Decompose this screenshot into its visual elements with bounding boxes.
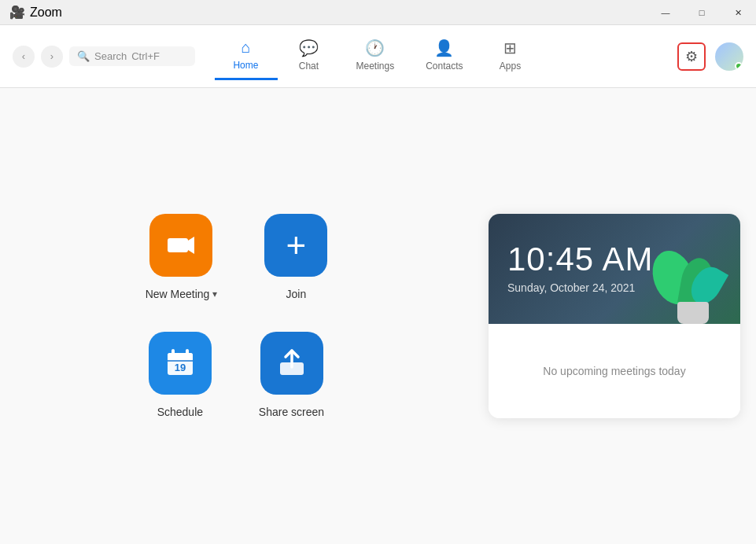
schedule-item: 19 Schedule bbox=[149, 332, 212, 418]
apps-tab-icon: ⊞ bbox=[503, 39, 517, 57]
card-body: No upcoming meetings today bbox=[489, 324, 740, 418]
maximize-button[interactable]: □ bbox=[684, 0, 720, 25]
schedule-label: Schedule bbox=[157, 406, 203, 418]
join-label: Join bbox=[286, 288, 307, 300]
apps-tab-label: Apps bbox=[500, 61, 521, 72]
plant-pot bbox=[677, 302, 709, 324]
date-display: Sunday, October 24, 2021 bbox=[507, 281, 721, 294]
contacts-tab-icon: 👤 bbox=[434, 39, 454, 57]
plus-icon: + bbox=[286, 228, 306, 263]
tab-apps[interactable]: ⊞Apps bbox=[479, 32, 542, 80]
new-meeting-text: New Meeting bbox=[146, 288, 210, 300]
tab-contacts[interactable]: 👤Contacts bbox=[410, 32, 478, 80]
avatar-online-dot bbox=[735, 62, 743, 70]
home-tab-label: Home bbox=[233, 60, 258, 71]
avatar[interactable] bbox=[715, 42, 743, 71]
tab-home[interactable]: ⌂Home bbox=[214, 32, 277, 80]
close-button[interactable]: ✕ bbox=[720, 0, 756, 25]
join-item: + Join bbox=[264, 214, 327, 300]
chat-tab-icon: 💬 bbox=[299, 39, 319, 57]
action-row-top: New Meeting ▾ + Join bbox=[146, 214, 328, 300]
svg-rect-0 bbox=[168, 238, 188, 252]
new-meeting-dropdown-arrow[interactable]: ▾ bbox=[212, 289, 217, 300]
contacts-tab-label: Contacts bbox=[426, 61, 463, 72]
settings-button[interactable]: ⚙ bbox=[677, 42, 706, 71]
home-tab-icon: ⌂ bbox=[241, 39, 250, 57]
navbar: ‹ › 🔍 Search Ctrl+F ⌂Home💬Chat🕐Meetings👤… bbox=[0, 25, 756, 88]
join-button[interactable]: + bbox=[264, 214, 327, 277]
right-panel: 10:45 AM Sunday, October 24, 2021 No upc… bbox=[473, 88, 756, 544]
forward-button[interactable]: › bbox=[41, 46, 63, 68]
zoom-logo-icon: 🎥 bbox=[9, 5, 25, 20]
meetings-tab-label: Meetings bbox=[356, 61, 394, 72]
titlebar-logo: 🎥 Zoom bbox=[9, 5, 62, 20]
titlebar: 🎥 Zoom — □ ✕ bbox=[0, 0, 756, 25]
camera-icon bbox=[164, 229, 197, 262]
svg-rect-5 bbox=[186, 349, 189, 357]
no-meetings-text: No upcoming meetings today bbox=[543, 365, 685, 377]
join-text: Join bbox=[286, 288, 307, 300]
chat-tab-label: Chat bbox=[299, 61, 319, 72]
time-display: 10:45 AM bbox=[507, 241, 721, 278]
new-meeting-label: New Meeting ▾ bbox=[146, 288, 218, 300]
nav-left: ‹ › 🔍 Search Ctrl+F bbox=[13, 46, 195, 68]
gear-icon: ⚙ bbox=[685, 48, 698, 65]
titlebar-controls: — □ ✕ bbox=[647, 0, 756, 25]
search-placeholder: Search bbox=[94, 50, 127, 62]
share-screen-text: Share screen bbox=[259, 406, 324, 418]
search-bar[interactable]: 🔍 Search Ctrl+F bbox=[69, 46, 195, 66]
share-screen-icon bbox=[275, 347, 308, 380]
calendar-card: 10:45 AM Sunday, October 24, 2021 No upc… bbox=[489, 214, 740, 418]
schedule-button[interactable]: 19 bbox=[149, 332, 212, 395]
main-content: New Meeting ▾ + Join bbox=[0, 88, 756, 544]
tab-chat[interactable]: 💬Chat bbox=[277, 32, 340, 80]
nav-center: ⌂Home💬Chat🕐Meetings👤Contacts⊞Apps bbox=[214, 32, 541, 80]
card-header: 10:45 AM Sunday, October 24, 2021 bbox=[489, 214, 740, 324]
new-meeting-item: New Meeting ▾ bbox=[146, 214, 218, 300]
svg-rect-4 bbox=[171, 349, 175, 357]
tab-meetings[interactable]: 🕐Meetings bbox=[340, 32, 410, 80]
minimize-button[interactable]: — bbox=[647, 0, 684, 25]
titlebar-title: Zoom bbox=[30, 6, 62, 20]
new-meeting-button[interactable] bbox=[149, 214, 212, 277]
search-shortcut: Ctrl+F bbox=[131, 50, 160, 62]
left-panel: New Meeting ▾ + Join bbox=[0, 88, 473, 544]
share-screen-label: Share screen bbox=[259, 406, 324, 418]
nav-right: ⚙ bbox=[677, 42, 743, 71]
calendar-icon: 19 bbox=[164, 347, 197, 380]
schedule-text: Schedule bbox=[157, 406, 203, 418]
svg-rect-3 bbox=[168, 353, 193, 361]
svg-marker-1 bbox=[188, 237, 194, 254]
search-icon: 🔍 bbox=[77, 50, 90, 62]
meetings-tab-icon: 🕐 bbox=[365, 39, 385, 57]
svg-text:19: 19 bbox=[175, 362, 186, 373]
back-button[interactable]: ‹ bbox=[13, 46, 35, 68]
share-screen-button[interactable] bbox=[260, 332, 323, 395]
share-screen-item: Share screen bbox=[259, 332, 324, 418]
action-row-bottom: 19 Schedule bbox=[149, 332, 324, 418]
